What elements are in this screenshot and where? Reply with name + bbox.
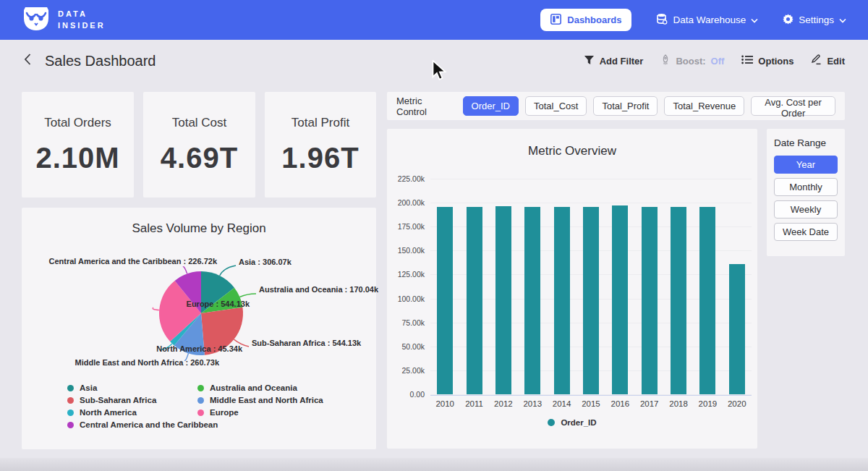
- metric-chip-order-id[interactable]: Order_ID: [463, 96, 519, 116]
- legend-label: Middle East and North Africa: [210, 396, 323, 404]
- pie-label-middle-east-and-north-africa: Middle East and North Africa : 260.73k: [75, 358, 219, 367]
- metric-control-bar: Metric Control Order_IDTotal_CostTotal_P…: [387, 92, 845, 120]
- bar-cell: 2010: [430, 179, 459, 394]
- legend-dot: [548, 419, 555, 426]
- bar-cell: 2018: [664, 179, 693, 394]
- legend-dot: [67, 410, 74, 416]
- legend-dot: [67, 422, 74, 428]
- y-tick-label: 50.00k: [401, 342, 425, 351]
- bar-cell: 2014: [547, 179, 576, 394]
- kpi-label: Total Cost: [172, 116, 227, 130]
- legend-label: Sub-Saharan Africa: [80, 396, 156, 404]
- bottom-strip: [0, 458, 868, 471]
- pie-leader-line: [153, 307, 159, 310]
- bar-cell: 2011: [459, 179, 488, 394]
- add-filter-button[interactable]: Add Filter: [584, 55, 644, 67]
- toolbar: Sales Dashboard Add Filter Boost: Off: [0, 40, 868, 82]
- legend-item-australia-and-oceania[interactable]: Australia and Oceania: [197, 383, 323, 392]
- edit-button[interactable]: Edit: [811, 54, 845, 67]
- bar-cell: 2019: [693, 179, 722, 394]
- date-range-label: Date Range: [774, 137, 838, 148]
- bar-plot-area: 225.00k200.00k175.00k150.00k125.00k100.0…: [430, 179, 752, 394]
- bar-chart-legend[interactable]: Order_ID: [387, 418, 757, 427]
- pencil-icon: [811, 54, 822, 67]
- legend-dot: [67, 385, 74, 391]
- bar-2016[interactable]: [612, 205, 628, 394]
- legend-dot: [67, 397, 74, 404]
- x-tick-label: 2017: [635, 399, 664, 408]
- add-filter-label: Add Filter: [600, 56, 644, 67]
- kpi-card-total-profit: Total Profit 1.96T: [265, 92, 376, 198]
- x-tick-label: 2011: [459, 399, 488, 408]
- bar-chart-title: Metric Overview: [387, 144, 757, 158]
- back-button[interactable]: [23, 53, 32, 69]
- logo-text-line1: DATA: [58, 9, 106, 20]
- date-range-weekly[interactable]: Weekly: [774, 200, 838, 218]
- dashboards-grid-icon: [550, 14, 561, 27]
- kpi-value: 2.10M: [35, 142, 119, 174]
- nav-data-warehouse[interactable]: Data Warehouse: [656, 13, 758, 27]
- boost-toggle[interactable]: Boost: Off: [660, 54, 724, 67]
- kpi-label: Total Profit: [292, 116, 349, 130]
- kpi-label: Total Orders: [44, 116, 111, 130]
- chevron-down-icon: [751, 14, 758, 25]
- bar-2019[interactable]: [699, 207, 715, 394]
- dashboard-page: DATA INSIDER Dashboards: [0, 0, 868, 471]
- pie-label-europe: Europe : 544.13k: [187, 300, 250, 308]
- database-icon: [656, 13, 668, 27]
- x-tick-label: 2012: [489, 399, 518, 408]
- metric-chip-avg-cost-per-order[interactable]: Avg. Cost per Order: [751, 96, 835, 116]
- kpi-card-total-cost: Total Cost 4.69T: [143, 92, 255, 198]
- y-tick-label: 75.00k: [401, 318, 425, 327]
- bar-2014[interactable]: [554, 207, 570, 394]
- metric-chip-total-profit[interactable]: Total_Profit: [593, 96, 658, 116]
- bar-2018[interactable]: [671, 207, 686, 394]
- legend-item-sub-saharan-africa[interactable]: Sub-Saharan Africa: [67, 396, 218, 404]
- legend-label: Central America and the Caribbean: [80, 420, 218, 429]
- nav-dashboards-button[interactable]: Dashboards: [540, 9, 631, 31]
- metric-chip-total-revenue[interactable]: Total_Revenue: [664, 96, 744, 116]
- legend-label: Asia: [80, 383, 97, 392]
- bar-2013[interactable]: [524, 207, 540, 394]
- bar-2010[interactable]: [437, 207, 453, 394]
- bar-2015[interactable]: [583, 207, 599, 394]
- date-range-monthly[interactable]: Monthly: [774, 178, 838, 196]
- date-range-year[interactable]: Year: [774, 156, 838, 174]
- pie-legend-column: AsiaSub-Saharan AfricaNorth AmericaCentr…: [67, 383, 218, 429]
- legend-item-asia[interactable]: Asia: [67, 383, 218, 392]
- legend-item-central-america-and-the-caribbean[interactable]: Central America and the Caribbean: [67, 420, 218, 429]
- pie-label-australia-and-oceania: Australia and Oceania : 170.04k: [259, 285, 378, 294]
- date-range-week-date[interactable]: Week Date: [774, 223, 838, 241]
- logo-text-line2: INSIDER: [58, 20, 106, 32]
- bar-cell: 2015: [576, 179, 605, 394]
- x-tick-label: 2020: [723, 399, 752, 408]
- bar-2020[interactable]: [729, 264, 745, 394]
- nav-settings[interactable]: Settings: [783, 14, 846, 27]
- legend-item-europe[interactable]: Europe: [197, 408, 323, 417]
- options-button[interactable]: Options: [741, 55, 793, 67]
- brand-logo[interactable]: DATA INSIDER: [22, 6, 106, 35]
- x-tick-label: 2019: [693, 399, 722, 408]
- list-options-icon: [741, 55, 753, 67]
- y-tick-label: 150.00k: [398, 246, 425, 255]
- pie-leader-line: [183, 267, 187, 274]
- kpi-value: 4.69T: [161, 142, 238, 174]
- bar-cell: 2016: [605, 179, 634, 394]
- boost-value: Off: [711, 56, 725, 67]
- pie-chart-card: Sales Volume by Region Asia : 306.07kAus…: [22, 208, 376, 449]
- legend-item-north-america[interactable]: North America: [67, 408, 218, 417]
- x-tick-label: 2010: [430, 399, 459, 408]
- bar-cell: 2013: [518, 179, 547, 394]
- metric-chip-total-cost[interactable]: Total_Cost: [525, 96, 587, 116]
- options-label: Options: [758, 56, 793, 67]
- page-title: Sales Dashboard: [45, 53, 156, 69]
- date-range-panel: Date Range YearMonthlyWeeklyWeek Date: [767, 129, 845, 256]
- bar-2012[interactable]: [495, 206, 511, 394]
- pie-label-central-america-and-the-caribbean: Central America and the Caribbean : 226.…: [48, 257, 217, 266]
- legend-label: Europe: [210, 408, 239, 417]
- y-tick-label: 175.00k: [398, 222, 425, 231]
- metric-chips: Order_IDTotal_CostTotal_ProfitTotal_Reve…: [463, 96, 835, 116]
- bar-2011[interactable]: [467, 207, 482, 394]
- bar-2017[interactable]: [642, 207, 658, 394]
- legend-item-middle-east-and-north-africa[interactable]: Middle East and North Africa: [197, 396, 323, 404]
